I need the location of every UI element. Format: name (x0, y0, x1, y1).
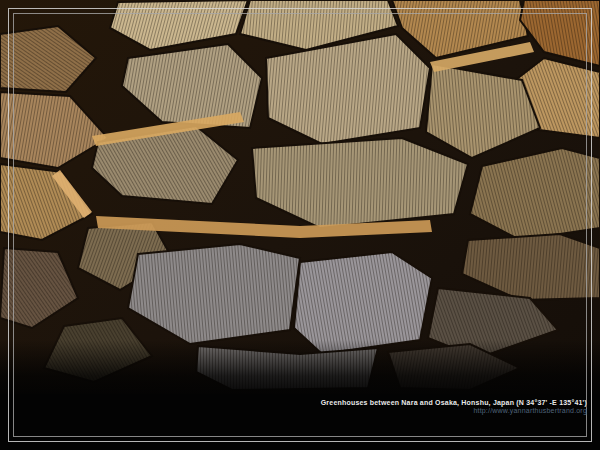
greenhouse-patch-stripes (294, 252, 432, 354)
bottom-shadow-fade (0, 340, 600, 400)
photo-caption: Greenhouses between Nara and Osaka, Hons… (321, 399, 587, 414)
caption-title: Greenhouses between Nara and Osaka, Hons… (321, 399, 587, 406)
aerial-photo (0, 0, 600, 450)
wallpaper-stage: Greenhouses between Nara and Osaka, Hons… (0, 0, 600, 450)
caption-url: http://www.yannarthusbertrand.org (321, 407, 587, 414)
